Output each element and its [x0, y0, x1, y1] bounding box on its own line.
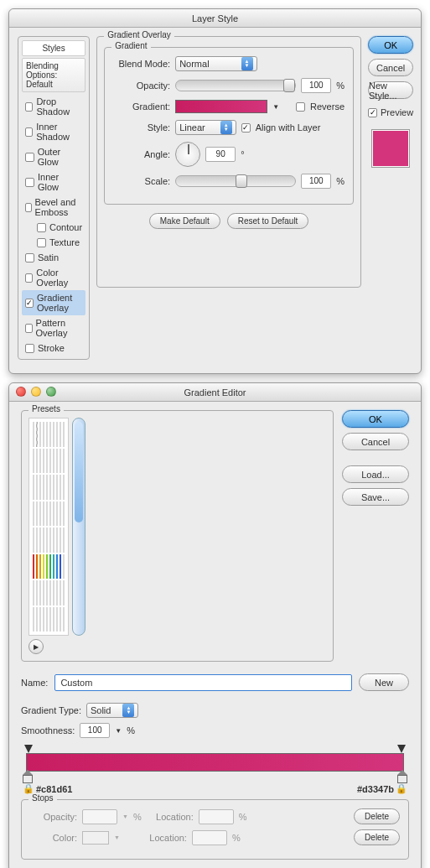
reset-default-button[interactable]: Reset to Default	[227, 213, 309, 229]
color-stop-left[interactable]	[23, 770, 33, 782]
checkbox[interactable]	[25, 178, 34, 187]
style-item-outer-glow[interactable]: Outer Glow	[22, 144, 85, 169]
preset-swatch[interactable]	[63, 422, 65, 447]
style-item-gradient-overlay[interactable]: Gradient Overlay	[22, 290, 85, 315]
preset-swatch[interactable]	[36, 528, 38, 553]
stop-location-input2[interactable]	[192, 830, 227, 845]
preset-swatch[interactable]	[60, 554, 61, 580]
checkbox[interactable]	[25, 273, 33, 283]
style-item-contour[interactable]: Contour	[22, 220, 85, 235]
preset-swatch[interactable]	[39, 528, 41, 553]
preset-swatch[interactable]	[56, 422, 58, 447]
preset-swatch[interactable]	[43, 528, 44, 553]
stop-location-input[interactable]	[199, 809, 234, 824]
make-default-button[interactable]: Make Default	[149, 213, 220, 229]
preset-swatch[interactable]	[60, 422, 61, 447]
blend-mode-select[interactable]: Normal▲▼	[175, 56, 256, 71]
ok-button[interactable]: OK	[368, 36, 413, 54]
preset-swatch[interactable]	[46, 607, 48, 632]
preset-swatch[interactable]	[63, 475, 65, 500]
preset-swatch[interactable]	[49, 502, 51, 527]
angle-input[interactable]: 90	[205, 147, 236, 162]
preview-checkbox[interactable]	[368, 108, 377, 117]
preset-swatch[interactable]	[60, 528, 61, 553]
preset-swatch[interactable]	[46, 580, 48, 606]
preset-swatch[interactable]	[63, 528, 65, 553]
ok-button[interactable]: OK	[342, 410, 409, 428]
preset-swatch[interactable]	[36, 607, 38, 632]
preset-swatch[interactable]	[53, 580, 54, 606]
preset-swatch[interactable]	[43, 580, 44, 606]
preset-swatch[interactable]	[63, 449, 65, 474]
reverse-checkbox[interactable]	[296, 102, 305, 112]
blending-options[interactable]: Blending Options: Default	[22, 58, 85, 92]
preset-swatch[interactable]	[60, 475, 61, 500]
style-item-color-overlay[interactable]: Color Overlay	[22, 265, 85, 290]
name-input[interactable]	[54, 674, 352, 691]
chevron-down-icon[interactable]: ▼	[115, 727, 122, 735]
preset-swatch[interactable]	[56, 475, 58, 500]
preset-swatch[interactable]	[49, 554, 51, 580]
preset-swatch[interactable]	[46, 475, 48, 500]
preset-swatch[interactable]	[53, 528, 54, 553]
gradient-type-select[interactable]: Solid▲▼	[86, 703, 138, 718]
style-item-inner-glow[interactable]: Inner Glow	[22, 169, 85, 195]
preset-swatch[interactable]	[43, 449, 44, 474]
style-item-inner-shadow[interactable]: Inner Shadow	[22, 119, 85, 144]
preset-swatch[interactable]	[36, 449, 38, 474]
angle-dial[interactable]	[175, 142, 200, 167]
preset-swatch[interactable]	[39, 580, 41, 606]
style-item-satin[interactable]: Satin	[22, 250, 85, 265]
preset-swatch[interactable]	[39, 475, 41, 500]
preset-swatch[interactable]	[33, 607, 34, 632]
scale-slider[interactable]	[175, 175, 296, 187]
style-select[interactable]: Linear▲▼	[175, 120, 236, 135]
load-button[interactable]: Load...	[342, 465, 409, 483]
preset-swatch[interactable]	[63, 580, 65, 606]
preset-swatch[interactable]	[43, 475, 44, 500]
preset-swatch[interactable]	[36, 580, 38, 606]
preset-swatch[interactable]	[33, 554, 34, 580]
preset-swatch[interactable]	[36, 554, 38, 580]
checkbox[interactable]	[25, 153, 34, 162]
preset-swatch[interactable]	[60, 449, 61, 474]
save-button[interactable]: Save...	[342, 488, 409, 506]
preset-swatch[interactable]	[33, 449, 34, 474]
preset-swatch[interactable]	[60, 502, 61, 527]
delete-opacity-stop-button[interactable]: Delete	[354, 808, 400, 824]
preset-swatch[interactable]	[39, 554, 41, 580]
zoom-icon[interactable]	[46, 387, 56, 397]
preset-menu-icon[interactable]: ▶	[28, 639, 44, 654]
cancel-button[interactable]: Cancel	[368, 59, 413, 76]
style-item-pattern-overlay[interactable]: Pattern Overlay	[22, 315, 85, 340]
preset-swatch[interactable]	[56, 554, 58, 580]
preset-swatch[interactable]	[53, 607, 54, 632]
preset-swatch[interactable]	[43, 502, 44, 527]
checkbox[interactable]	[25, 299, 34, 308]
preset-swatch[interactable]	[46, 449, 48, 474]
preset-swatch[interactable]	[49, 528, 51, 553]
preset-swatch[interactable]	[39, 422, 41, 447]
preset-swatch[interactable]	[60, 607, 61, 632]
preset-swatch[interactable]	[63, 607, 65, 632]
preset-swatch[interactable]	[56, 502, 58, 527]
preset-swatch[interactable]	[49, 475, 51, 500]
close-icon[interactable]	[16, 387, 26, 397]
preset-swatch[interactable]	[53, 554, 54, 580]
preset-swatch[interactable]	[33, 580, 34, 606]
gradient-bar[interactable]	[21, 745, 409, 780]
preset-swatch[interactable]	[46, 502, 48, 527]
opacity-stop-right[interactable]	[397, 745, 406, 753]
preset-swatch[interactable]	[53, 449, 54, 474]
stop-color-swatch[interactable]	[82, 831, 109, 845]
preset-swatch[interactable]	[33, 475, 34, 500]
checkbox[interactable]	[25, 127, 33, 137]
preset-swatch[interactable]	[33, 422, 34, 447]
style-item-drop-shadow[interactable]: Drop Shadow	[22, 94, 85, 119]
checkbox[interactable]	[25, 102, 33, 112]
delete-color-stop-button[interactable]: Delete	[354, 829, 400, 845]
stop-opacity-input[interactable]	[82, 809, 117, 824]
styles-header[interactable]: Styles	[22, 40, 85, 56]
preset-swatch[interactable]	[36, 475, 38, 500]
checkbox[interactable]	[37, 238, 46, 247]
